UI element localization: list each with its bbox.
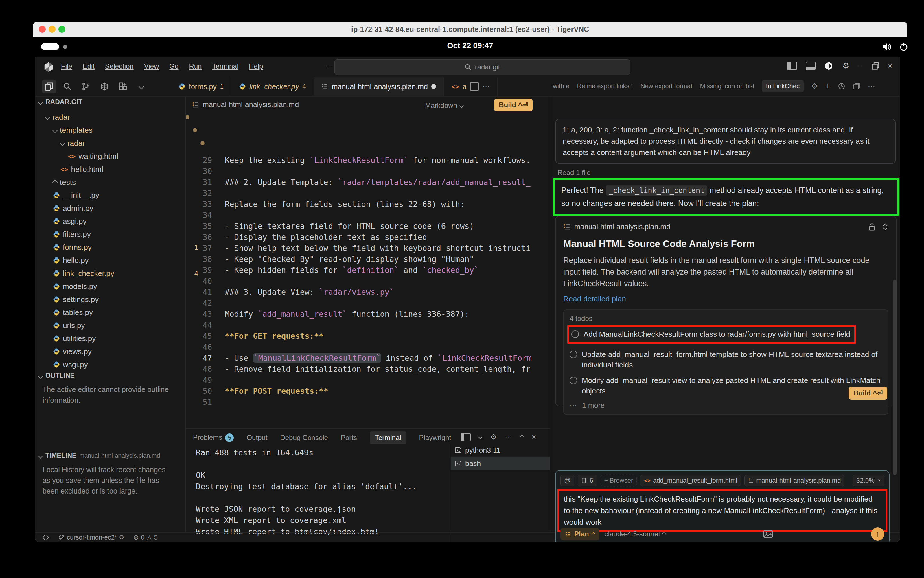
terminal-gear-icon[interactable]: ⚙ bbox=[490, 432, 497, 442]
chat-settings-gear-icon[interactable]: ⚙ bbox=[811, 82, 818, 91]
todo-circle-icon[interactable] bbox=[572, 330, 579, 338]
chevron-down-icon[interactable] bbox=[478, 435, 483, 440]
chat-tab-4[interactable]: Missing icon on bi-f bbox=[700, 83, 754, 90]
tree-item-hello-py[interactable]: hello.py bbox=[35, 254, 203, 267]
tab-more-icon[interactable]: ⋯ bbox=[482, 82, 490, 91]
toggle-panel-icon[interactable] bbox=[805, 62, 815, 70]
chat-tab-active[interactable]: In LinkChec bbox=[762, 80, 804, 92]
split-editor-icon[interactable] bbox=[470, 82, 479, 91]
window-close-icon[interactable]: × bbox=[888, 61, 893, 71]
remote-indicator[interactable] bbox=[42, 534, 49, 541]
tree-item-init-py[interactable]: __init__.py bbox=[35, 189, 203, 201]
user-message-bubble[interactable]: 1: a, 200, 3: a, 2: function _check_link… bbox=[555, 119, 896, 164]
tree-item-urls-py[interactable]: urls.py bbox=[35, 319, 203, 332]
menu-help[interactable]: Help bbox=[249, 62, 263, 70]
panel-tab-ports[interactable]: Ports bbox=[341, 434, 357, 442]
chat-history-icon[interactable] bbox=[838, 83, 845, 90]
panel-maximize-icon[interactable] bbox=[520, 435, 525, 440]
chat-input-card[interactable]: @ 6 + Browser <>add_manual_result_form.h… bbox=[555, 470, 890, 542]
chat-new-icon[interactable]: + bbox=[825, 81, 830, 91]
chat-status-text[interactable]: Read 1 file bbox=[557, 169, 591, 177]
tree-item-templates[interactable]: templates bbox=[35, 124, 203, 136]
todo-circle-icon[interactable] bbox=[570, 377, 577, 384]
shell-item-python[interactable]: python3.11 bbox=[451, 443, 550, 457]
tab-a[interactable]: <> a ⋯ bbox=[444, 77, 498, 96]
cursor-ai-pane-icon[interactable] bbox=[824, 61, 833, 71]
build-button[interactable]: Build ^⏎ bbox=[494, 99, 533, 111]
command-center-search[interactable]: radar.git bbox=[335, 59, 630, 75]
context-file-chip-1[interactable]: <>add_manual_result_form.html bbox=[640, 475, 741, 486]
menu-selection[interactable]: Selection bbox=[105, 62, 134, 70]
context-usage-chip[interactable]: 32.0%◔ bbox=[853, 475, 884, 486]
add-browser-chip[interactable]: + Browser bbox=[601, 475, 637, 486]
activity-source-control-icon[interactable] bbox=[79, 80, 93, 93]
explorer-root-header[interactable]: RADAR.GIT bbox=[39, 98, 83, 106]
timeline-section-header[interactable]: TIMELINE manual-html-analysis.plan.md bbox=[39, 451, 160, 459]
menu-edit[interactable]: Edit bbox=[83, 62, 94, 70]
todo-item-3[interactable]: Modify add_manual_result view to analyze… bbox=[570, 375, 882, 396]
tab-plan-md[interactable]: manual-html-analysis.plan.md bbox=[314, 77, 444, 96]
breadcrumb[interactable]: manual-html-analysis.plan.md bbox=[192, 101, 299, 109]
tree-item-tests[interactable]: tests bbox=[35, 176, 203, 188]
editor-pane[interactable]: manual-html-analysis.plan.md Markdown Bu… bbox=[186, 96, 550, 429]
problems-status[interactable]: ⊘0 △5 bbox=[133, 534, 158, 541]
chat-tab-1[interactable]: with e bbox=[553, 83, 569, 90]
activity-extensions-icon[interactable] bbox=[116, 80, 130, 93]
tree-item-radar[interactable]: radar bbox=[35, 111, 196, 123]
chat-more-icon[interactable]: ⋯ bbox=[868, 82, 875, 91]
tree-item-admin-py[interactable]: admin.py bbox=[35, 202, 203, 215]
panel-tab-playwright[interactable]: Playwright bbox=[419, 434, 451, 442]
activity-more-chevron-icon[interactable] bbox=[135, 80, 148, 93]
tree-item-utilities-py[interactable]: utilities.py bbox=[35, 332, 203, 345]
menu-file[interactable]: File bbox=[61, 62, 72, 70]
tree-item-views-py[interactable]: views.py bbox=[35, 345, 203, 358]
menu-terminal[interactable]: Terminal bbox=[212, 62, 239, 70]
tree-item-link-checker-py[interactable]: link_checker.py4 bbox=[35, 267, 203, 280]
tree-item-models-py[interactable]: models.py bbox=[35, 280, 203, 293]
plan-expand-icon[interactable] bbox=[882, 223, 888, 231]
context-file-chip-2[interactable]: manual-html-analysis.plan.md bbox=[744, 475, 844, 486]
plan-copy-icon[interactable] bbox=[868, 223, 876, 231]
activity-cube-icon[interactable] bbox=[97, 80, 111, 93]
tab-link-checker-py[interactable]: link_checker.py 4 bbox=[231, 77, 314, 96]
language-mode-select[interactable]: Markdown bbox=[425, 102, 463, 110]
tree-item-asgi-py[interactable]: asgi.py bbox=[35, 215, 203, 228]
chat-open-editor-icon[interactable] bbox=[853, 83, 861, 90]
app-logo-icon[interactable] bbox=[43, 62, 54, 73]
toggle-sidebar-icon[interactable] bbox=[787, 62, 797, 70]
nav-back-icon[interactable]: ← bbox=[324, 60, 333, 70]
chat-input-text[interactable]: this "Keep the existing LinkCheckResultF… bbox=[557, 489, 887, 532]
tree-item-hello-html[interactable]: <>hello.html bbox=[35, 163, 211, 175]
panel-tab-terminal[interactable]: Terminal bbox=[370, 431, 406, 444]
git-branch-status[interactable]: cursor-timon-ec2* ⟳ bbox=[58, 534, 125, 541]
tree-item-settings-py[interactable]: settings.py bbox=[35, 293, 203, 306]
activity-search-icon[interactable] bbox=[60, 80, 74, 93]
window-restore-icon[interactable] bbox=[872, 62, 879, 70]
panel-tab-debug-console[interactable]: Debug Console bbox=[280, 434, 328, 442]
tree-item-wsgi-py[interactable]: wsgi.py bbox=[35, 358, 203, 371]
plan-card-filename[interactable]: manual-html-analysis.plan.md bbox=[574, 222, 670, 231]
todo-circle-icon[interactable] bbox=[570, 351, 577, 358]
attach-image-icon[interactable] bbox=[763, 530, 773, 538]
plan-build-button[interactable]: Build ^⏎ bbox=[849, 387, 887, 399]
context-count-chip[interactable]: 6 bbox=[578, 475, 597, 486]
menu-run[interactable]: Run bbox=[189, 62, 201, 70]
terminal-more-icon[interactable]: ⋯ bbox=[505, 432, 512, 442]
tree-item-forms-py[interactable]: forms.py1 bbox=[35, 241, 203, 254]
activity-explorer-icon[interactable] bbox=[42, 80, 56, 93]
tab-forms-py[interactable]: forms.py 1 bbox=[171, 77, 231, 96]
tree-item-tables-py[interactable]: tables.py bbox=[35, 306, 203, 319]
mention-chip[interactable]: @ bbox=[560, 475, 574, 486]
menu-go[interactable]: Go bbox=[169, 62, 179, 70]
mode-select-pill[interactable]: Plan bbox=[560, 528, 599, 541]
send-button[interactable]: ↑ bbox=[871, 528, 884, 541]
panel-tab-output[interactable]: Output bbox=[247, 434, 267, 442]
outline-section-header[interactable]: OUTLINE bbox=[39, 372, 75, 380]
panel-tab-problems[interactable]: Problems5 bbox=[193, 434, 234, 442]
power-icon[interactable] bbox=[899, 42, 908, 51]
chat-tab-3[interactable]: New export format bbox=[640, 83, 693, 90]
todo-item-2[interactable]: Update add_manual_result_form.html templ… bbox=[570, 349, 882, 370]
shell-item-bash[interactable]: bash bbox=[451, 457, 550, 470]
unsaved-dot-icon[interactable] bbox=[431, 84, 436, 89]
panel-close-icon[interactable]: × bbox=[532, 432, 536, 442]
